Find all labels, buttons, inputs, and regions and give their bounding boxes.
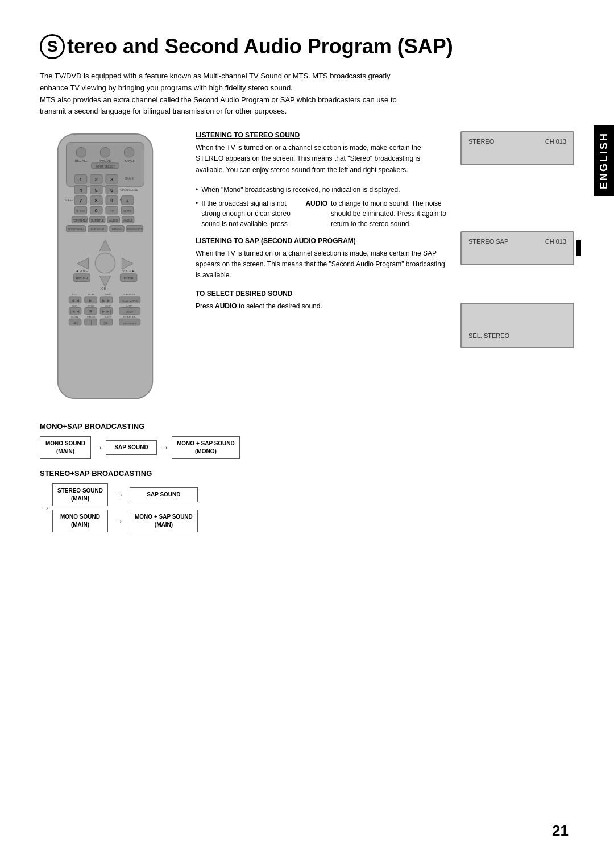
svg-text:OPEN/CLOSE: OPEN/CLOSE [120,189,138,191]
svg-text:REPEAT A-B: REPEAT A-B [123,315,136,318]
svg-text:||: || [89,320,92,326]
section-listening-sap: LISTENING TO SAP (SECOND AUDIO PROGRAM) … [196,237,449,281]
mono-sound-main-box: MONO SOUND(MAIN) [52,510,108,532]
mono-sound-box: MONO SOUND(MAIN) [40,436,91,459]
svg-text:|◄◄: |◄◄ [70,310,80,315]
stereo-sap-section: STEREO+SAP BROADCASTING → STEREO SOUND(M… [40,469,574,532]
bullet-signal: If the broadcast signal is not strong en… [196,198,449,229]
svg-text:SKIP: SKIP [105,304,111,307]
svg-text:CC: CC [110,210,114,213]
svg-text:RECALL: RECALL [74,159,88,162]
svg-text:◄ VOL –: ◄ VOL – [76,269,88,273]
screens-col: STEREO CH 013 STEREO SAP CH 013 [460,131,574,348]
mono-sap-title: MONO+SAP BROADCASTING [40,422,574,431]
stereo-ch: CH 013 [545,138,566,145]
intro-text: The TV/DVD is equipped with a feature kn… [40,70,495,118]
instructions-col: LISTENING TO STEREO SOUND When the TV is… [196,131,449,348]
tv-screen-stereo: STEREO CH 013 [460,131,574,165]
content-area: LISTENING TO STEREO SOUND When the TV is… [196,131,574,348]
mono-sap-flow: MONO SOUND(MAIN) → SAP SOUND → MONO + SA… [40,436,574,459]
svg-text:INPUT SELECT: INPUT SELECT [96,165,115,168]
section-body-select: Press AUDIO to select the desired sound. [196,301,449,312]
svg-text:PAUSE: PAUSE [87,315,96,318]
svg-text:STOP: STOP [88,304,95,307]
svg-text:MUTE: MUTE [123,210,132,213]
svg-text:2: 2 [95,177,98,182]
svg-text:3: 3 [110,177,113,182]
svg-text:9: 9 [110,198,113,204]
svg-text:8: 8 [95,198,98,204]
svg-text:DVD MENU: DVD MENU [91,228,104,231]
svg-text:◄|: ◄| [72,320,78,326]
page: ENGLISH 21 Stereo and Second Audio Progr… [0,0,614,868]
section-title-stereo: LISTENING TO STEREO SOUND [196,131,449,139]
stereo-arrow2: ← [114,515,124,527]
bullet-mono: When "Mono" broadcasting is received, no… [196,185,449,195]
svg-text:REPEAT A-B: REPEAT A-B [123,322,136,325]
svg-text:▲: ▲ [125,198,130,204]
svg-text:6: 6 [110,187,113,193]
title-text: tereo and Second Audio Program (SAP) [67,35,453,59]
svg-text:SLEEP: SLEEP [64,199,73,202]
main-layout: RECALL TV/DVD POWER INPUT SELECT GAME 1 … [40,131,574,406]
svg-text:VOL + ►: VOL + ► [122,269,135,273]
svg-text:RETURN: RETURN [76,277,88,280]
section-select-sound: TO SELECT DESIRED SOUND Press AUDIO to s… [196,290,449,312]
svg-text:ENTER: ENTER [124,277,134,280]
section-body-sap: When the TV is turned on or a channel se… [196,248,449,281]
svg-text:►►|: ►►| [101,310,111,315]
svg-text:4: 4 [79,187,82,193]
svg-text:◄◄: ◄◄ [70,298,80,303]
svg-text:PLAY MODE: PLAY MODE [123,293,136,296]
svg-text:SLOW: SLOW [104,315,112,318]
section-listening-stereo: LISTENING TO STEREO SOUND When the TV is… [196,131,449,229]
tv-screen-sap: STEREO SAP CH 013 [460,231,574,265]
arrow1: → [93,442,103,454]
svg-text:0: 0 [95,208,98,214]
svg-text:CANCEL: CANCEL [112,228,122,231]
english-tab: ENGLISH [594,125,614,196]
stereo-sap-title: STEREO+SAP BROADCASTING [40,469,574,478]
svg-text:GAME: GAME [125,177,134,180]
svg-text:TOP MENU: TOP MENU [72,219,87,222]
mono-sap-sound-box: MONO + SAP SOUND(MONO) [172,436,240,459]
svg-text:ANGLE: ANGLE [123,219,133,222]
svg-text:REV: REV [72,293,77,296]
tv-screen-sel-stereo: SEL. STEREO [460,303,574,348]
sap-sound-box: SAP SOUND [106,440,157,455]
sap-label: STEREO SAP [468,238,508,245]
stereo-sound-main-box: STEREO SOUND(MAIN) [52,483,108,506]
section-title-select: TO SELECT DESIRED SOUND [196,290,449,298]
svg-point-66 [95,253,115,273]
svg-text:|►: |► [103,320,109,326]
stereo-label: STEREO [468,138,494,145]
arrow2: → [159,442,169,454]
stereo-mono-sap-box: MONO + SAP SOUND(MAIN) [130,510,198,532]
mono-sap-section: MONO+SAP BROADCASTING MONO SOUND(MAIN) →… [40,422,574,459]
svg-text:ZOOM/CH RTN: ZOOM/CH RTN [127,228,143,231]
svg-text:CH –: CH – [101,287,109,290]
svg-text:POWER: POWER [123,159,135,162]
svg-text:1: 1 [79,177,82,182]
svg-text:AUDIO: AUDIO [109,219,118,222]
svg-text:SKIP: SKIP [72,304,77,307]
svg-point-6 [124,148,134,158]
svg-text:PLAY: PLAY [88,293,94,296]
section-body-stereo: When the TV is turned on or a channel se… [196,143,449,176]
page-title: Stereo and Second Audio Program (SAP) [40,34,574,59]
svg-text:PLAY MODE: PLAY MODE [122,300,138,303]
svg-text:SUBTITLE: SUBTITLE [91,219,105,222]
svg-text:5: 5 [95,187,98,193]
remote-container: RECALL TV/DVD POWER INPUT SELECT GAME 1 … [40,131,182,406]
svg-text:SETUP/MENU: SETUP/MENU [68,228,84,231]
svg-text:■: ■ [89,309,92,315]
section-title-sap: LISTENING TO SAP (SECOND AUDIO PROGRAM) [196,237,449,245]
svg-text:SLEEP: SLEEP [76,210,85,213]
bottom-section: MONO+SAP BROADCASTING MONO SOUND(MAIN) →… [40,422,574,532]
stereo-arrow1: → [114,489,124,501]
title-circle: S [40,34,65,59]
svg-text:FWD: FWD [105,293,111,296]
svg-text:JUMP: JUMP [126,311,133,314]
svg-text:►: ► [88,298,93,303]
stereo-sap-sound-box: SAP SOUND [130,487,198,502]
